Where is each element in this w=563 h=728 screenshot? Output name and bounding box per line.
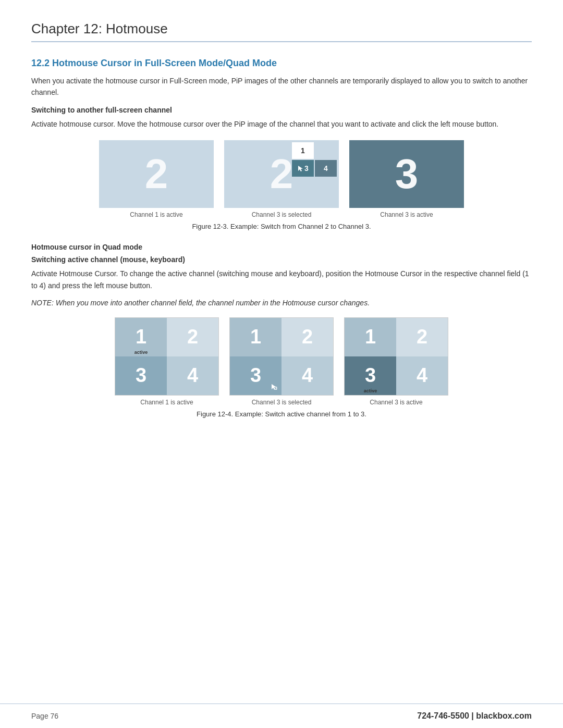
quad-cursor-icon: 3 (271, 384, 278, 392)
quad-heading: Hotmouse cursor in Quad mode (31, 243, 532, 251)
fig4-cell3-4: 4 (396, 356, 448, 395)
pip-cursor-icon (297, 165, 304, 172)
active-badge-1: active (134, 350, 148, 355)
fig4-cell1-2: 2 (167, 318, 218, 356)
footer: Page 76 724-746-5500 | blackbox.com (0, 704, 563, 728)
fig4-label3: Channel 3 is active (370, 399, 422, 406)
fig4-image1: 1 active 2 3 4 Channel 1 is active (115, 317, 219, 406)
fig4-cell3-3: 3 active (345, 356, 396, 395)
fig4-box1: 1 active 2 3 4 (115, 317, 219, 396)
figure3-caption: Figure 12-3. Example: Switch from Channe… (31, 223, 532, 230)
fig4-cell1-4: 4 (167, 356, 218, 395)
fig4-box3: 1 2 3 active 4 (344, 317, 448, 396)
fig4-cell2-4: 4 (282, 356, 333, 395)
fig3-image2: 2 1 3 4 (224, 140, 339, 218)
active-badge-3: active (364, 388, 377, 393)
pip-row1: 1 (292, 142, 337, 159)
fig3-box3: 3 (349, 140, 464, 208)
switching-text: Activate hotmouse cursor. Move the hotmo… (31, 118, 532, 130)
fig3-image3: 3 Channel 3 is active (349, 140, 464, 218)
fig3-image1: 2 Channel 1 is active (99, 140, 214, 218)
footer-contact: 724-746-5500 | blackbox.com (417, 711, 532, 721)
pip-ch1: 1 (292, 142, 314, 159)
fig4-cell3-2: 2 (396, 318, 448, 356)
section-heading: 12.2 Hotmouse Cursor in Full-Screen Mode… (31, 58, 532, 69)
pip-row2: 3 4 (292, 160, 337, 177)
switching-heading: Switching to another full-screen channel (31, 106, 532, 114)
figure-3-container: 2 Channel 1 is active 2 1 (31, 140, 532, 218)
fig4-image2: 1 2 3 3 4 (229, 317, 334, 406)
fig3-label3: Channel 3 is active (380, 211, 433, 218)
figure4-caption: Figure 12-4. Example: Switch active chan… (31, 410, 532, 418)
chapter-title: Chapter 12: Hotmouse (31, 21, 532, 37)
fig3-box2: 2 1 3 4 (224, 140, 339, 208)
svg-marker-0 (298, 166, 303, 171)
fig3-label2: Channel 3 is selected (252, 211, 312, 218)
pip-ch4: 4 (315, 160, 337, 177)
footer-page: Page 76 (31, 712, 58, 720)
fig4-cell1-1: 1 active (115, 318, 167, 356)
chapter-header: Chapter 12: Hotmouse (31, 21, 532, 42)
fig3-box3-number: 3 (395, 150, 419, 198)
fig3-box1-number: 2 (145, 150, 168, 198)
switching-active-text: Activate Hotmouse Cursor. To change the … (31, 268, 532, 291)
fig4-cell2-1: 1 (230, 318, 282, 356)
fig4-box2: 1 2 3 3 4 (229, 317, 334, 396)
fig3-box1: 2 (99, 140, 214, 208)
note-text: NOTE: When you move into another channel… (31, 299, 532, 307)
figure-4-container: 1 active 2 3 4 Channel 1 is active (31, 317, 532, 406)
fig4-cell1-3: 3 (115, 356, 167, 395)
fig4-cell3-1: 1 (345, 318, 396, 356)
fig4-label1: Channel 1 is active (140, 399, 193, 406)
pip-ch3: 3 (292, 160, 314, 177)
fig4-label2: Channel 3 is selected (252, 399, 312, 406)
fig4-cell2-2: 2 (282, 318, 333, 356)
fig4-image3: 1 2 3 active 4 Channel 3 is active (344, 317, 448, 406)
intro-text: When you activate the hotmouse cursor in… (31, 75, 532, 98)
pip-overlay: 1 3 4 (290, 140, 339, 179)
fig4-cell2-3: 3 3 (230, 356, 282, 395)
fig3-label1: Channel 1 is active (130, 211, 182, 218)
switching-active-heading: Switching active channel (mouse, keyboar… (31, 255, 532, 264)
